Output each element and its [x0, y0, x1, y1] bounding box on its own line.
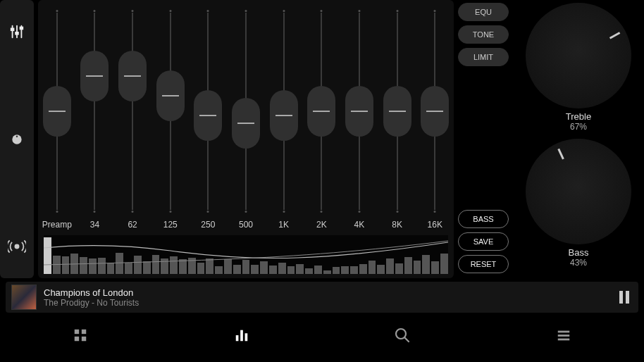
mode-buttons: EQU TONE LIMIT [458, 3, 509, 66]
band-label: 500 [227, 220, 265, 230]
svg-point-8 [15, 244, 20, 249]
nav-library[interactable] [0, 316, 161, 355]
action-buttons: BASS SAVE RESET [458, 210, 509, 273]
eq-labels: Preamp34621252505001K2K4K8K16K [38, 220, 454, 230]
band-slider-8K[interactable] [378, 6, 416, 217]
preamp-label: Preamp [38, 220, 76, 230]
band-slider-250[interactable] [190, 6, 228, 217]
svg-point-7 [16, 135, 18, 137]
svg-rect-19 [558, 335, 570, 337]
surround-icon[interactable] [6, 236, 27, 257]
equ-button[interactable]: EQU [458, 3, 509, 21]
band-slider-500[interactable] [227, 6, 265, 217]
svg-rect-12 [82, 337, 86, 341]
equalizer-icon [233, 327, 251, 343]
eq-sliders-icon[interactable] [6, 21, 27, 42]
track-title: Champions of London [44, 287, 616, 298]
band-slider-34[interactable] [76, 6, 114, 217]
grid-icon [73, 327, 88, 343]
svg-rect-3 [11, 28, 14, 30]
band-slider-62[interactable] [113, 6, 151, 217]
bass-knob[interactable] [526, 139, 631, 244]
band-slider-2K[interactable] [302, 6, 340, 217]
band-slider-16K[interactable] [416, 6, 454, 217]
bass-button[interactable]: BASS [458, 210, 509, 228]
band-label: 62 [113, 220, 151, 230]
pause-button[interactable] [616, 289, 633, 306]
tone-button[interactable]: TONE [458, 25, 509, 44]
spectrum [44, 235, 448, 274]
svg-rect-15 [244, 333, 247, 341]
svg-rect-20 [558, 339, 570, 341]
band-slider-125[interactable] [151, 6, 190, 217]
treble-value: 67% [570, 122, 587, 132]
reset-button[interactable]: RESET [458, 255, 509, 273]
nav-menu[interactable] [483, 316, 645, 355]
band-label: 250 [190, 220, 228, 230]
svg-rect-10 [82, 330, 86, 334]
nav-search[interactable] [322, 316, 483, 355]
band-label: 16K [416, 220, 454, 230]
treble-label: Treble [566, 111, 591, 122]
band-label: 125 [151, 220, 190, 230]
bass-knob-block: Bass 43% [526, 139, 631, 268]
side-toolstrip [0, 0, 34, 278]
svg-rect-14 [240, 330, 243, 342]
svg-rect-11 [75, 337, 79, 341]
save-button[interactable]: SAVE [458, 232, 509, 251]
eq-sliders [38, 6, 454, 217]
svg-rect-9 [75, 330, 79, 334]
knob-icon[interactable] [6, 129, 27, 150]
band-label: 4K [340, 220, 378, 230]
bass-label: Bass [569, 247, 589, 258]
svg-line-17 [404, 337, 409, 342]
limit-button[interactable]: LIMIT [458, 48, 509, 66]
band-slider-4K[interactable] [340, 6, 378, 217]
bass-value: 43% [570, 258, 587, 268]
band-slider-1K[interactable] [265, 6, 303, 217]
preamp-slider[interactable] [38, 6, 76, 217]
eq-panel: Preamp34621252505001K2K4K8K16K [38, 0, 454, 278]
band-label: 2K [302, 220, 340, 230]
svg-rect-4 [16, 32, 18, 35]
search-icon [394, 327, 411, 344]
nav-equalizer[interactable] [161, 316, 323, 355]
band-label: 34 [76, 220, 114, 230]
menu-icon [556, 327, 571, 343]
svg-rect-18 [558, 331, 570, 333]
svg-rect-13 [236, 335, 239, 341]
treble-knob[interactable] [526, 3, 631, 108]
track-subtitle: The Prodigy - No Tourists [44, 298, 616, 308]
band-label: 1K [265, 220, 303, 230]
bottom-nav [0, 316, 644, 355]
knob-area: Treble 67% Bass 43% [516, 3, 641, 276]
now-playing-bar[interactable]: Champions of London The Prodigy - No Tou… [6, 282, 638, 313]
app-root: Preamp34621252505001K2K4K8K16K EQU TONE … [0, 0, 644, 362]
svg-rect-5 [20, 27, 23, 30]
track-info: Champions of London The Prodigy - No Tou… [44, 287, 616, 308]
treble-knob-block: Treble 67% [526, 3, 631, 132]
album-art [11, 285, 37, 310]
band-label: 8K [378, 220, 416, 230]
